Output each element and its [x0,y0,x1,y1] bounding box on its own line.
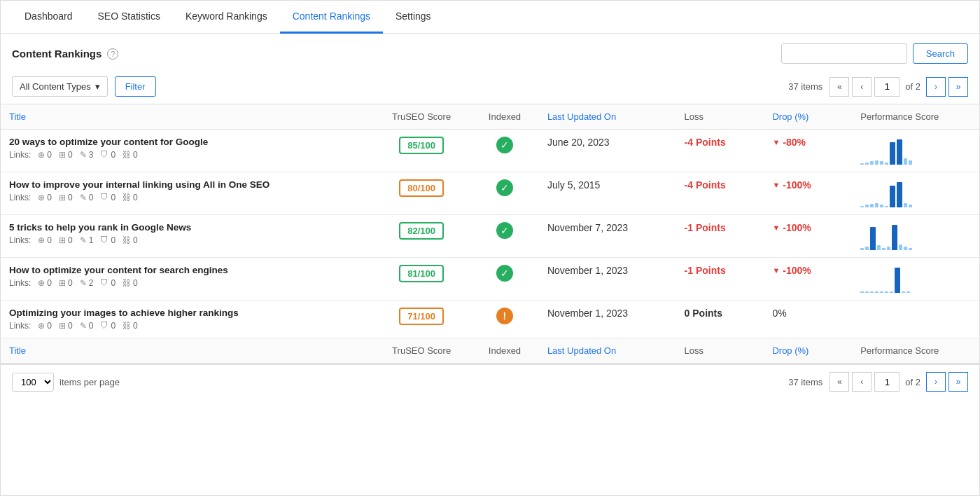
links-label: Links: [9,193,31,202]
drop-cell: ▼-100% [764,215,852,258]
indexed-check-icon: ✓ [496,137,513,153]
perf-bar [909,205,912,207]
col-footer-updated[interactable]: Last Updated On [539,338,676,364]
link-item-4: ⛉ 0 [100,150,115,160]
link-ext-icon: ⊞ [59,150,66,160]
perf-chart [860,265,971,293]
link-add-icon: ⊕ [38,150,45,160]
perf-bar [882,248,886,250]
perf-bar [899,244,902,250]
drop-value: ▼-100% [772,222,844,233]
link-ext-icon: ⊞ [59,235,66,245]
link-cart-icon: ⛉ [100,193,108,202]
score-cell: 71/100 [372,301,470,338]
content-table: Title TruSEO Score Indexed Last Updated … [1,104,979,364]
col-footer-truseo: TruSEO Score [372,338,470,364]
filter-bar: All Content Types ▾ Filter 37 items « ‹ … [1,71,979,104]
perf-bar [880,161,883,165]
perf-bar [902,291,905,293]
link-item-3: ✎ 3 [80,150,94,160]
score-cell: 82/100 [372,215,470,258]
per-page-section: 100 50 25 items per page [12,373,120,392]
perf-bar [885,206,888,207]
perf-bar [890,142,895,165]
link-add-icon: ⊕ [38,278,45,288]
first-page-button[interactable]: « [830,77,849,97]
perf-cell [852,130,979,172]
col-footer-perf: Performance Score [852,338,979,364]
last-page-button[interactable]: » [948,77,968,97]
col-header-title[interactable]: Title [1,104,372,130]
nav-tab-seo-statistics[interactable]: SEO Statistics [85,1,173,34]
indexed-cell: ✓ [470,215,539,258]
filter-button[interactable]: Filter [115,76,156,97]
drop-value: ▼-100% [772,265,844,276]
footer-first-page-button[interactable]: « [830,372,849,392]
table-footer-row: Title TruSEO Score Indexed Last Updated … [1,338,979,364]
perf-bar [875,160,878,165]
col-footer-drop[interactable]: Drop (%) [764,338,852,364]
perf-bar [892,225,897,250]
link-ext-icon: ⊞ [59,278,66,288]
footer-next-page-button[interactable]: › [926,372,946,392]
updated-cell: November 7, 2023 [539,215,676,258]
drop-arrow-icon: ▼ [772,181,780,189]
table-row: 20 ways to optimize your content for Goo… [1,130,979,172]
page-input[interactable] [874,77,899,97]
indexed-cell: ✓ [470,172,539,215]
nav-tab-dashboard[interactable]: Dashboard [12,1,85,34]
table-row: Optimizing your images to achieve higher… [1,301,979,338]
nav-tab-keyword-rankings[interactable]: Keyword Rankings [173,1,280,34]
table-row: How to optimize your content for search … [1,258,979,301]
col-header-indexed: Indexed [470,104,539,130]
nav-tab-content-rankings[interactable]: Content Rankings [280,1,383,34]
perf-cell [852,258,979,301]
col-footer-title[interactable]: Title [1,338,372,364]
loss-value: -4 Points [685,137,726,148]
help-icon[interactable]: ? [107,48,118,60]
drop-cell: ▼-100% [764,172,852,215]
items-count: 37 items [788,81,822,92]
footer-prev-page-button[interactable]: ‹ [852,372,872,392]
nav-tabs: DashboardSEO StatisticsKeyword RankingsC… [1,1,979,34]
link-item-4: ⛉ 0 [100,193,115,202]
col-header-updated[interactable]: Last Updated On [539,104,676,130]
score-badge: 80/100 [399,179,444,197]
link-item-2: ⊞ 0 [59,150,73,160]
link-edit-icon: ✎ [80,321,87,331]
next-page-button[interactable]: › [926,77,946,97]
perf-bar [870,291,874,293]
score-badge: 82/100 [399,222,444,240]
indexed-check-icon: ✓ [496,265,513,282]
loss-value: -1 Points [685,222,726,233]
perf-bar [897,182,902,207]
per-page-select[interactable]: 100 50 25 [12,373,54,392]
content-type-dropdown[interactable]: All Content Types ▾ [12,76,108,97]
search-button[interactable]: Search [913,43,968,64]
table-footer: 100 50 25 items per page 37 items « ‹ of… [1,364,979,399]
row-links: Links: ⊕ 0 ⊞ 0 ✎ 3 ⛉ 0 ⛓ 0 [9,150,364,160]
drop-arrow-icon: ▼ [772,138,780,146]
perf-bar [865,163,869,165]
nav-tab-settings[interactable]: Settings [383,1,444,34]
link-item-1: ⊕ 0 [38,150,52,160]
footer-last-page-button[interactable]: » [948,372,968,392]
footer-page-input[interactable] [874,372,899,392]
perf-bar [890,186,895,207]
footer-items-count: 37 items [788,377,822,387]
prev-page-button[interactable]: ‹ [852,77,872,97]
loss-value: -1 Points [685,265,726,276]
search-input[interactable] [781,43,907,64]
table-row: 5 tricks to help you rank in Google News… [1,215,979,258]
col-header-drop[interactable]: Drop (%) [764,104,852,130]
perf-bar [870,227,876,250]
perf-bar [904,203,907,207]
link-item-2: ⊞ 0 [59,321,73,331]
score-cell: 81/100 [372,258,470,301]
link-cart-icon: ⛉ [100,235,108,245]
score-badge: 85/100 [399,137,444,154]
indexed-cell: ✓ [470,258,539,301]
link-ext-icon: ⊞ [59,193,66,202]
link-chain-icon: ⛓ [122,278,131,288]
link-item-4: ⛉ 0 [100,235,115,245]
